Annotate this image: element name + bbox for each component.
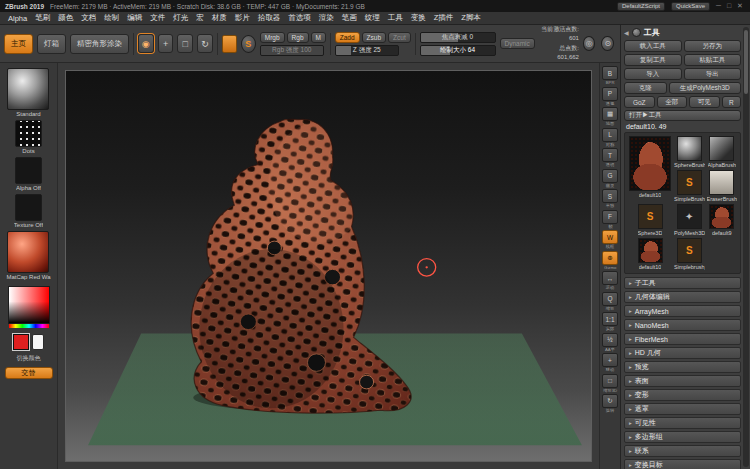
section-header[interactable]: ▸ 预览: [624, 361, 741, 373]
shelf-toggle-icon[interactable]: ▦: [602, 107, 618, 121]
main-color-swatch[interactable]: [13, 334, 29, 350]
shelf-toggle[interactable]: F 帧: [602, 210, 618, 230]
tool-thumbnail[interactable]: [709, 136, 734, 161]
menu-item[interactable]: 文件: [150, 13, 165, 23]
tool-thumbnail[interactable]: [709, 170, 734, 195]
shelf-toggle-icon[interactable]: □: [602, 374, 618, 388]
quicksave-button[interactable]: QuickSave: [671, 2, 710, 11]
menu-item[interactable]: 宏: [196, 13, 204, 23]
shelf-toggle[interactable]: + 移动: [602, 353, 618, 373]
document-viewport[interactable]: [65, 70, 592, 462]
shelf-toggle[interactable]: 1:1 实际: [602, 312, 618, 332]
shelf-toggle[interactable]: L 对称: [602, 128, 618, 148]
tool-thumbnail[interactable]: [677, 136, 702, 161]
material-swatch-icon[interactable]: [222, 35, 237, 53]
section-header[interactable]: ▸ 表面: [624, 375, 741, 387]
shelf-toggle-icon[interactable]: S: [602, 189, 618, 203]
tool-palette-header[interactable]: ◀ 工具: [624, 27, 741, 38]
section-header[interactable]: ▸ 多边形组: [624, 431, 741, 443]
import-button[interactable]: 导入: [624, 68, 682, 80]
section-header[interactable]: ▸ FiberMesh: [624, 333, 741, 345]
section-header[interactable]: ▸ 遮罩: [624, 403, 741, 415]
palette-scrollbar[interactable]: [743, 27, 749, 467]
clone-button[interactable]: 克隆: [624, 82, 667, 94]
slot-thumbnail[interactable]: [15, 194, 42, 221]
tool-slot[interactable]: SimpleBrush: [674, 170, 705, 202]
shelf-toggle-icon[interactable]: T: [602, 148, 618, 162]
menu-item[interactable]: 编辑: [127, 13, 142, 23]
shelf-toggle-icon[interactable]: W: [602, 230, 618, 244]
rgb-intensity-slider[interactable]: Rgb 强度 100: [260, 45, 324, 56]
scale-mode-icon[interactable]: □: [177, 34, 193, 53]
menu-item[interactable]: 首选项: [288, 13, 311, 23]
shelf-toggle-icon[interactable]: +: [602, 353, 618, 367]
collapse-icon[interactable]: ◀: [624, 29, 629, 36]
section-header[interactable]: ▸ 变换目标: [624, 459, 741, 469]
z-intensity-slider[interactable]: Z 强度 25: [335, 45, 399, 56]
palette-slot[interactable]: Alpha Off: [15, 157, 42, 191]
shelf-toggle-icon[interactable]: 1:1: [602, 312, 618, 326]
rotate-mode-icon[interactable]: ↻: [197, 34, 213, 53]
menu-item[interactable]: 灯光: [173, 13, 188, 23]
tool-slot[interactable]: SphereBrush: [674, 136, 705, 168]
tool-slot[interactable]: Sphere3D: [628, 204, 672, 236]
scrollbar-thumb[interactable]: [744, 30, 748, 94]
menu-item[interactable]: Alpha: [8, 14, 27, 23]
window-controls[interactable]: ─ □ ✕: [716, 2, 745, 10]
m-button[interactable]: M: [311, 32, 326, 43]
picker-target-icon[interactable]: ◎: [583, 36, 596, 51]
shelf-toggle-icon[interactable]: ⊕: [602, 251, 618, 265]
shelf-toggle-icon[interactable]: ↔: [602, 271, 618, 285]
tool-slot[interactable]: PolyMesh3D: [674, 204, 705, 236]
slot-thumbnail[interactable]: [15, 120, 42, 147]
shelf-toggle[interactable]: □ 缩放3D: [602, 374, 618, 394]
section-header[interactable]: ▸ HD 几何: [624, 347, 741, 359]
tool-slot[interactable]: default9: [707, 204, 738, 236]
palette-slot[interactable]: Dots: [15, 120, 42, 154]
menu-item[interactable]: 变换: [411, 13, 426, 23]
shelf-toggle[interactable]: ½ AA半: [602, 333, 618, 353]
menu-item[interactable]: 渲染: [319, 13, 334, 23]
shelf-toggle[interactable]: T 透明: [602, 148, 618, 168]
home-button[interactable]: 主页: [4, 34, 33, 54]
export-button[interactable]: 导出: [684, 68, 742, 80]
goz-all-button[interactable]: 全部: [657, 96, 688, 108]
section-header[interactable]: ▸ 几何体编辑: [624, 291, 741, 303]
shelf-toggle-icon[interactable]: G: [602, 169, 618, 183]
shelf-toggle-icon[interactable]: ↻: [602, 394, 618, 408]
menu-item[interactable]: 文档: [81, 13, 96, 23]
save-as-button[interactable]: 另存为: [684, 40, 742, 52]
shelf-toggle[interactable]: W 线框: [602, 230, 618, 250]
tool-slot[interactable]: default10: [628, 136, 672, 202]
open-tool-button[interactable]: 打开▶工具: [624, 110, 741, 121]
shelf-toggle-icon[interactable]: P: [602, 87, 618, 101]
paste-tool-button[interactable]: 粘贴工具: [684, 54, 742, 66]
sculptris-pro-icon[interactable]: S: [241, 35, 256, 53]
shelf-toggle[interactable]: ⊕ Gizmo: [602, 251, 618, 271]
menu-item[interactable]: 纹理: [365, 13, 380, 23]
shelf-toggle-icon[interactable]: ½: [602, 333, 618, 347]
menu-item[interactable]: 影片: [235, 13, 250, 23]
draw-mode-icon[interactable]: ◉: [138, 34, 154, 53]
palette-slot[interactable]: MatCap Red Wa: [6, 231, 50, 280]
shelf-toggle[interactable]: ↔ 滚动: [602, 271, 618, 291]
menu-item[interactable]: Z插件: [434, 13, 454, 23]
section-header[interactable]: ▸ 子工具: [624, 277, 741, 289]
menu-item[interactable]: 拾取器: [258, 13, 281, 23]
menu-item[interactable]: 笔刷: [35, 13, 50, 23]
rgb-button[interactable]: Rgb: [287, 32, 309, 43]
focal-shift-slider[interactable]: 焦点衰减 0: [420, 32, 496, 43]
tool-thumbnail[interactable]: [677, 204, 702, 229]
section-header[interactable]: ▸ 联系: [624, 445, 741, 457]
section-header[interactable]: ▸ NanoMesh: [624, 319, 741, 331]
alternate-button[interactable]: 交替: [5, 367, 53, 379]
draw-size-slider[interactable]: 绘制大小 64: [420, 45, 496, 56]
palette-slot[interactable]: Texture Off: [14, 194, 43, 228]
make-polymesh3d-button[interactable]: 生成PolyMesh3D: [669, 82, 741, 94]
viewport-3d[interactable]: [66, 71, 591, 461]
section-header[interactable]: ▸ ArrayMesh: [624, 305, 741, 317]
slot-thumbnail[interactable]: [7, 231, 49, 273]
goz-r-button[interactable]: R: [722, 96, 741, 108]
shelf-toggle[interactable]: S 单独: [602, 189, 618, 209]
menu-item[interactable]: 工具: [388, 13, 403, 23]
